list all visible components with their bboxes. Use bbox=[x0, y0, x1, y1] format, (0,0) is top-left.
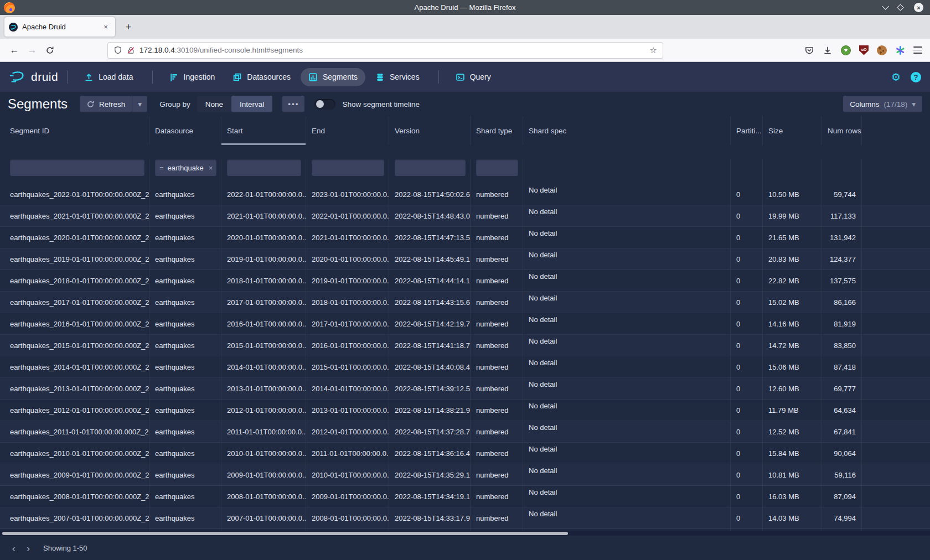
reload-icon[interactable] bbox=[41, 46, 59, 55]
nav-item-ingestion[interactable]: Ingestion bbox=[162, 68, 223, 86]
cell-shard_type: numbered bbox=[471, 292, 523, 313]
cell-end: 2011-01-01T00:00:00.0... bbox=[306, 443, 389, 464]
cell-version: 2022-08-15T14:44:14.1... bbox=[389, 270, 471, 291]
cell-num_rows: 87,418 bbox=[822, 356, 862, 377]
next-page-button[interactable]: › bbox=[21, 541, 35, 556]
cell-datasource: earthquakes bbox=[149, 356, 221, 377]
table-row[interactable]: earthquakes_2022-01-01T00:00:00.000Z_2..… bbox=[0, 184, 930, 205]
group-by-interval-button[interactable]: Interval bbox=[231, 96, 272, 112]
column-header-num_rows[interactable]: Num rows bbox=[822, 116, 862, 145]
table-row[interactable]: earthquakes_2021-01-01T00:00:00.000Z_2..… bbox=[0, 205, 930, 227]
column-header-version[interactable]: Version bbox=[389, 116, 471, 145]
gear-icon[interactable]: ⚙ bbox=[891, 71, 901, 83]
bookmark-star-icon[interactable]: ☆ bbox=[650, 45, 657, 55]
table-row[interactable]: earthquakes_2007-01-01T00:00:00.000Z_2..… bbox=[0, 507, 930, 529]
cell-shard_type: numbered bbox=[471, 356, 523, 377]
nav-item-segments[interactable]: Segments bbox=[301, 68, 365, 86]
cell-partition: 0 bbox=[731, 270, 763, 291]
horizontal-scrollbar[interactable] bbox=[0, 531, 930, 536]
tab-apache-druid[interactable]: Apache Druid × bbox=[4, 17, 115, 37]
cell-partition: 0 bbox=[731, 356, 763, 377]
ublock-icon[interactable]: uO bbox=[859, 45, 869, 55]
filter-input-start[interactable] bbox=[227, 159, 301, 176]
filter-input-version[interactable] bbox=[395, 159, 466, 176]
column-header-start[interactable]: Start bbox=[221, 116, 306, 145]
close-window-icon[interactable]: × bbox=[914, 3, 923, 12]
prev-page-button[interactable]: ‹ bbox=[7, 541, 21, 556]
nav-item-load-data[interactable]: Load data bbox=[76, 68, 141, 86]
nav-item-services[interactable]: Services bbox=[368, 68, 427, 86]
menu-icon[interactable] bbox=[913, 46, 922, 53]
cell-shard_spec: No detail bbox=[523, 486, 731, 507]
druid-brand[interactable]: druid bbox=[9, 70, 58, 84]
minimize-icon[interactable] bbox=[882, 3, 889, 10]
table-row[interactable]: earthquakes_2009-01-01T00:00:00.000Z_2..… bbox=[0, 464, 930, 486]
brand-text: druid bbox=[31, 70, 58, 84]
table-row[interactable]: earthquakes_2019-01-01T00:00:00.000Z_2..… bbox=[0, 248, 930, 270]
refresh-dropdown-button[interactable]: ▾ bbox=[132, 96, 147, 112]
cell-start: 2019-01-01T00:00:00.0... bbox=[221, 248, 306, 269]
segment-timeline-toggle[interactable] bbox=[314, 99, 335, 110]
divider bbox=[438, 70, 439, 84]
cell-end: 2021-01-01T00:00:00.0... bbox=[306, 227, 389, 248]
nav-item-datasources[interactable]: Datasources bbox=[225, 68, 298, 86]
column-header-segment_id[interactable]: Segment ID bbox=[0, 116, 149, 145]
columns-button[interactable]: Columns (17/18) ▾ bbox=[843, 96, 922, 112]
filter-input-segment_id[interactable] bbox=[10, 159, 144, 176]
cell-shard_type: numbered bbox=[471, 507, 523, 528]
table-row[interactable]: earthquakes_2012-01-01T00:00:00.000Z_2..… bbox=[0, 400, 930, 421]
group-by-none-button[interactable]: None bbox=[197, 96, 231, 112]
filter-input-datasource[interactable]: =earthquake× bbox=[155, 159, 216, 176]
help-icon[interactable]: ? bbox=[911, 72, 921, 82]
timeline-label: Show segment timeline bbox=[342, 100, 420, 108]
scrollbar-thumb[interactable] bbox=[2, 532, 568, 535]
insecure-lock-icon[interactable] bbox=[127, 46, 135, 55]
table-row[interactable]: earthquakes_2018-01-01T00:00:00.000Z_2..… bbox=[0, 270, 930, 292]
cookie-extension-icon[interactable] bbox=[877, 45, 887, 55]
maximize-icon[interactable] bbox=[897, 4, 904, 11]
tab-close-icon[interactable]: × bbox=[101, 23, 111, 31]
cell-partition: 0 bbox=[731, 248, 763, 269]
download-icon[interactable] bbox=[823, 45, 833, 55]
refresh-button[interactable]: Refresh bbox=[80, 96, 132, 112]
table-row[interactable]: earthquakes_2015-01-01T00:00:00.000Z_2..… bbox=[0, 335, 930, 356]
new-tab-button[interactable]: + bbox=[120, 18, 137, 36]
cell-version: 2022-08-15T14:38:21.9... bbox=[389, 400, 471, 421]
column-header-partition[interactable]: Partiti... bbox=[731, 116, 763, 145]
table-row[interactable]: earthquakes_2011-01-01T00:00:00.000Z_2..… bbox=[0, 421, 930, 443]
back-icon[interactable]: ← bbox=[6, 45, 23, 56]
table-row[interactable]: earthquakes_2016-01-01T00:00:00.000Z_2..… bbox=[0, 313, 930, 335]
table-row[interactable]: earthquakes_2014-01-01T00:00:00.000Z_2..… bbox=[0, 356, 930, 378]
filter-filler bbox=[862, 159, 930, 184]
url-bar[interactable]: 172.18.0.4:30109/unified-console.html#se… bbox=[107, 42, 663, 59]
table-row[interactable]: earthquakes_2008-01-01T00:00:00.000Z_2..… bbox=[0, 486, 930, 507]
cell-start: 2009-01-01T00:00:00.0... bbox=[221, 464, 306, 485]
table-row[interactable]: earthquakes_2013-01-01T00:00:00.000Z_2..… bbox=[0, 378, 930, 400]
cell-start: 2011-01-01T00:00:00.0... bbox=[221, 421, 306, 442]
nav-item-query[interactable]: Query bbox=[448, 68, 499, 86]
cell-shard_spec: No detail bbox=[523, 205, 731, 226]
more-options-button[interactable]: ••• bbox=[282, 96, 304, 112]
pocket-icon[interactable] bbox=[804, 45, 814, 55]
column-header-shard_spec[interactable]: Shard spec bbox=[523, 116, 731, 145]
filter-input-shard_type[interactable] bbox=[476, 159, 518, 176]
extension-asterisk-icon[interactable] bbox=[895, 45, 905, 55]
column-header-size[interactable]: Size bbox=[763, 116, 822, 145]
cell-num_rows: 124,377 bbox=[822, 248, 862, 269]
column-header-datasource[interactable]: Datasource bbox=[149, 116, 221, 145]
cell-partition: 0 bbox=[731, 507, 763, 528]
shield-icon[interactable] bbox=[113, 46, 122, 55]
table-row[interactable]: earthquakes_2017-01-01T00:00:00.000Z_2..… bbox=[0, 292, 930, 313]
extension-green-icon[interactable] bbox=[841, 45, 851, 55]
column-header-shard_type[interactable]: Shard type bbox=[471, 116, 523, 145]
cell-num_rows: 74,994 bbox=[822, 507, 862, 528]
cell-shard_type: numbered bbox=[471, 486, 523, 507]
cell-shard_spec: No detail bbox=[523, 248, 731, 269]
column-header-end[interactable]: End bbox=[306, 116, 389, 145]
remove-filter-icon[interactable]: × bbox=[209, 164, 213, 172]
page-title: Segments bbox=[8, 96, 68, 112]
table-row[interactable]: earthquakes_2020-01-01T00:00:00.000Z_2..… bbox=[0, 227, 930, 248]
table-row[interactable]: earthquakes_2010-01-01T00:00:00.000Z_2..… bbox=[0, 443, 930, 464]
filter-input-end[interactable] bbox=[312, 159, 384, 176]
cell-end: 2018-01-01T00:00:00.0... bbox=[306, 292, 389, 313]
